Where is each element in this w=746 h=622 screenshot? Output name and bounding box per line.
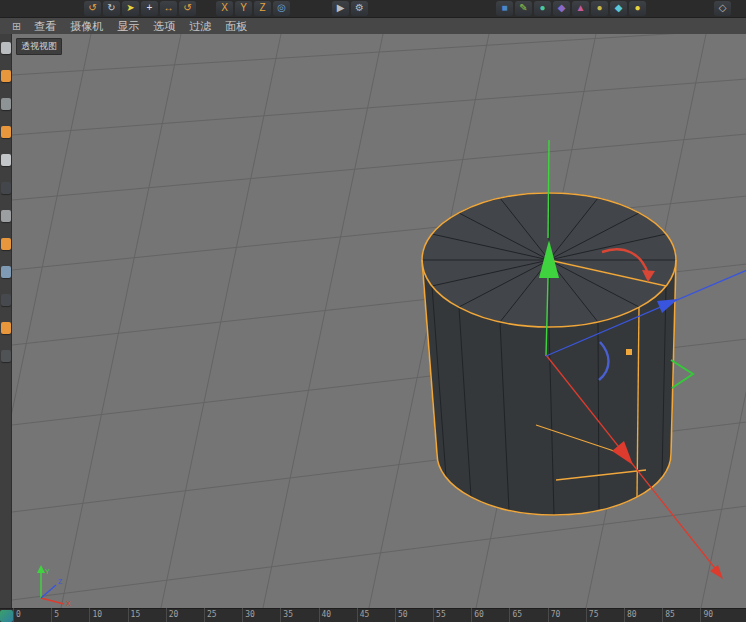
y-axis-line[interactable]: [548, 140, 549, 238]
move-tool-icon[interactable]: +: [141, 1, 158, 16]
timeline-tick[interactable]: 90: [700, 608, 738, 622]
menu-items: 查看摄像机显示选项过滤面板: [27, 18, 254, 34]
polygons-mode-icon[interactable]: [1, 210, 11, 222]
menu-item[interactable]: 选项: [146, 18, 182, 34]
timeline-tick[interactable]: 65: [509, 608, 547, 622]
rotate-tool-icon[interactable]: ↺: [179, 1, 196, 16]
y-axis-lock-icon[interactable]: Y: [235, 1, 252, 16]
timeline-tick[interactable]: 35: [280, 608, 318, 622]
timeline-tick[interactable]: 60: [471, 608, 509, 622]
top-toolbar: ↺↻➤+↔↺XYZ◎▶⚙■✎●◆▲●◆●◇: [0, 0, 746, 18]
timeline-tick[interactable]: 55: [433, 608, 471, 622]
model-mode-icon[interactable]: [1, 70, 11, 82]
deformer-icon[interactable]: ▲: [572, 1, 589, 16]
points-mode-icon[interactable]: [1, 154, 11, 166]
workplane-mode-icon[interactable]: [1, 126, 11, 138]
timeline-tick[interactable]: 0: [13, 608, 51, 622]
render-view-icon[interactable]: ▶: [332, 1, 349, 16]
panel-grid-icon[interactable]: ⊞: [12, 20, 21, 33]
light-icon[interactable]: ●: [629, 1, 646, 16]
snap-icon[interactable]: ◇: [714, 1, 731, 16]
timeline-tick[interactable]: 85: [662, 608, 700, 622]
x-axis-lock-icon[interactable]: X: [216, 1, 233, 16]
edges-mode-icon[interactable]: [1, 182, 11, 194]
viewport-menubar: ⊞ 查看摄像机显示选项过滤面板: [0, 18, 746, 34]
menu-item[interactable]: 查看: [27, 18, 63, 34]
lock-workplane-icon[interactable]: [1, 322, 11, 334]
camera-icon[interactable]: ◆: [610, 1, 627, 16]
redo-icon[interactable]: ↻: [103, 1, 120, 16]
timeline-tick[interactable]: 15: [128, 608, 166, 622]
timeline-ruler[interactable]: 051015202530354045505560657075808590: [0, 608, 746, 622]
timeline-tick[interactable]: 75: [586, 608, 624, 622]
timeline-tick[interactable]: 20: [166, 608, 204, 622]
subdivision-surface-icon[interactable]: ●: [534, 1, 551, 16]
mograph-icon[interactable]: ◆: [553, 1, 570, 16]
viewport-label: 透视视图: [16, 38, 62, 55]
x-axis-end-arrow: [710, 565, 723, 579]
spline-pen-icon[interactable]: ✎: [515, 1, 532, 16]
left-mode-toolbar: [0, 34, 12, 608]
timeline-tick[interactable]: 5: [51, 608, 89, 622]
coordinate-system-icon[interactable]: ◎: [273, 1, 290, 16]
timeline-tick[interactable]: 40: [319, 608, 357, 622]
timeline-tick[interactable]: 45: [357, 608, 395, 622]
menu-item[interactable]: 摄像机: [63, 18, 110, 34]
make-editable-icon[interactable]: [1, 42, 11, 54]
enable-axis-icon[interactable]: [1, 238, 11, 250]
render-settings-icon[interactable]: ⚙: [351, 1, 368, 16]
cinema4d-window: ↺↻➤+↔↺XYZ◎▶⚙■✎●◆▲●◆●◇ ⊞ 查看摄像机显示选项过滤面板 透视…: [0, 0, 746, 622]
menu-item[interactable]: 面板: [218, 18, 254, 34]
viewport-solo-icon[interactable]: [1, 266, 11, 278]
timeline-tick[interactable]: 25: [204, 608, 242, 622]
main-area: 透视视图: [0, 34, 746, 608]
timeline-current-frame-marker[interactable]: [0, 610, 13, 622]
menu-item[interactable]: 显示: [110, 18, 146, 34]
y-scale-bracket[interactable]: [671, 360, 693, 388]
timeline-tick[interactable]: 70: [548, 608, 586, 622]
axis-y-label: Y: [45, 568, 50, 575]
timeline-tick[interactable]: 10: [89, 608, 127, 622]
menu-item[interactable]: 过滤: [182, 18, 218, 34]
viewport-canvas[interactable]: Y X Z: [12, 34, 746, 608]
undo-icon[interactable]: ↺: [84, 1, 101, 16]
timeline-tick[interactable]: 30: [242, 608, 280, 622]
texture-mode-icon[interactable]: [1, 98, 11, 110]
timeline-tick[interactable]: 80: [624, 608, 662, 622]
axis-z-label: Z: [58, 578, 63, 585]
primitive-cube-icon[interactable]: ■: [496, 1, 513, 16]
live-selection-icon[interactable]: ➤: [122, 1, 139, 16]
quantize-icon[interactable]: [1, 350, 11, 362]
timeline-ticks: 051015202530354045505560657075808590: [13, 608, 739, 622]
timeline-tick[interactable]: 50: [395, 608, 433, 622]
axis-x-label: X: [66, 600, 71, 607]
environment-icon[interactable]: ●: [591, 1, 608, 16]
scale-tool-icon[interactable]: ↔: [160, 1, 177, 16]
edge-handle[interactable]: [626, 349, 632, 355]
perspective-viewport[interactable]: 透视视图: [12, 34, 746, 608]
z-axis-lock-icon[interactable]: Z: [254, 1, 271, 16]
snap-settings-icon[interactable]: [1, 294, 11, 306]
